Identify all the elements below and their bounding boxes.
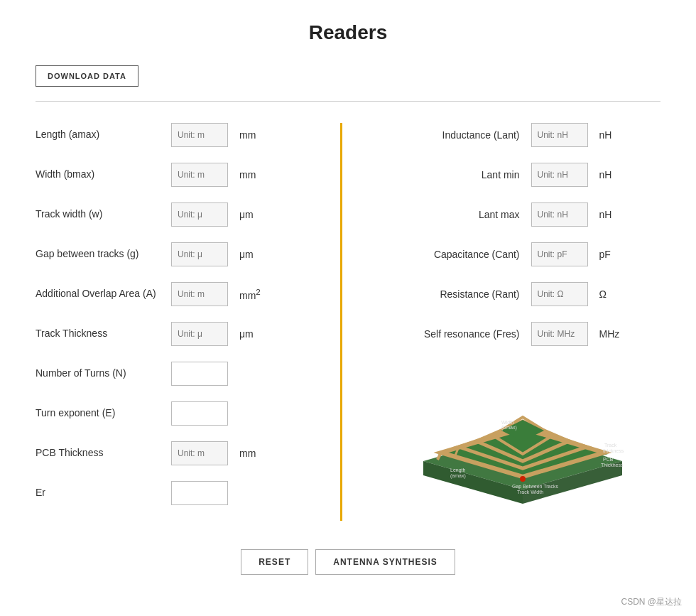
label-inductance: Inductance (Lant) [385, 129, 520, 141]
unit-label-track_width: μm [239, 209, 268, 220]
synthesis-button[interactable]: ANTENNA SYNTHESIS [315, 549, 455, 575]
svg-text:thickness: thickness [603, 448, 624, 453]
page-title: Readers [0, 0, 696, 58]
pcb-diagram-area: Width (bmax) Length (amax) Track thickne… [385, 362, 661, 504]
unit-label-resistance: Ω [599, 288, 628, 300]
svg-text:(amax): (amax) [450, 473, 466, 479]
unit-label-overlap: mm2 [239, 287, 268, 301]
svg-text:PCB: PCB [603, 457, 614, 462]
row-lant_min: Lant minnH [385, 163, 661, 187]
row-inductance: Inductance (Lant)nH [385, 123, 661, 147]
label-lant_min: Lant min [385, 169, 520, 180]
row-self_res: Self resonance (Fres)MHz [385, 322, 661, 346]
row-er: Er [36, 481, 312, 505]
label-resistance: Resistance (Rant) [385, 288, 520, 300]
input-length[interactable] [171, 123, 228, 147]
svg-text:Track: Track [604, 443, 617, 448]
row-overlap: Additional Overlap Area (A)mm2 [36, 282, 312, 306]
label-track_thick: Track Thickness [36, 327, 160, 341]
input-turn_exp[interactable] [171, 401, 228, 426]
row-turns: Number of Turns (N) [36, 362, 312, 386]
download-button[interactable]: DOWNLOAD DATA [36, 65, 138, 87]
unit-label-length: mm [239, 129, 268, 141]
label-lant_max: Lant max [385, 209, 520, 220]
row-track_width: Track width (w)μm [36, 202, 312, 227]
divider [36, 101, 660, 102]
input-capacitance[interactable] [531, 242, 588, 266]
input-track_width[interactable] [171, 202, 228, 227]
row-pcb_thick: PCB Thicknessmm [36, 441, 312, 465]
row-length: Length (amax)mm [36, 123, 312, 147]
unit-label-track_thick: μm [239, 328, 268, 340]
unit-label-gap: μm [239, 249, 268, 260]
unit-label-self_res: MHz [599, 328, 628, 340]
svg-text:Width: Width [501, 420, 514, 425]
input-lant_max[interactable] [531, 202, 588, 227]
label-self_res: Self resonance (Fres) [385, 328, 520, 340]
row-gap: Gap between tracks (g)μm [36, 242, 312, 266]
right-panel: Inductance (Lant)nHLant minnHLant maxnHC… [342, 123, 661, 521]
main-content: Length (amax)mmWidth (bmax)mmTrack width… [0, 123, 696, 521]
input-overlap[interactable] [171, 282, 228, 306]
input-resistance[interactable] [531, 282, 588, 306]
footer-buttons: RESET ANTENNA SYNTHESIS [0, 521, 696, 589]
input-inductance[interactable] [531, 123, 588, 147]
svg-text:(bmax): (bmax) [501, 425, 517, 431]
label-turns: Number of Turns (N) [36, 367, 160, 381]
svg-text:Gap Between Tracks: Gap Between Tracks [512, 484, 558, 490]
left-panel: Length (amax)mmWidth (bmax)mmTrack width… [36, 123, 342, 521]
unit-label-lant_max: nH [599, 209, 628, 220]
row-lant_max: Lant maxnH [385, 202, 661, 227]
label-length: Length (amax) [36, 128, 160, 142]
svg-text:Length: Length [450, 468, 466, 473]
input-gap[interactable] [171, 242, 228, 266]
row-capacitance: Capacitance (Cant)pF [385, 242, 661, 266]
input-self_res[interactable] [531, 322, 588, 346]
label-capacitance: Capacitance (Cant) [385, 249, 520, 260]
label-track_width: Track width (w) [36, 207, 160, 222]
input-track_thick[interactable] [171, 322, 228, 346]
label-pcb_thick: PCB Thickness [36, 446, 160, 460]
label-er: Er [36, 486, 160, 500]
unit-label-lant_min: nH [599, 169, 628, 180]
row-track_thick: Track Thicknessμm [36, 322, 312, 346]
label-overlap: Additional Overlap Area (A) [36, 287, 160, 301]
pcb-diagram: Width (bmax) Length (amax) Track thickne… [402, 362, 643, 504]
label-gap: Gap between tracks (g) [36, 247, 160, 261]
svg-text:Thickness: Thickness [601, 463, 624, 468]
label-width: Width (bmax) [36, 168, 160, 182]
row-turn_exp: Turn exponent (E) [36, 401, 312, 426]
row-width: Width (bmax)mm [36, 163, 312, 187]
reset-button[interactable]: RESET [241, 549, 308, 575]
unit-label-inductance: nH [599, 129, 628, 141]
input-lant_min[interactable] [531, 163, 588, 187]
input-pcb_thick[interactable] [171, 441, 228, 465]
unit-label-pcb_thick: mm [239, 448, 268, 459]
row-resistance: Resistance (Rant)Ω [385, 282, 661, 306]
unit-label-width: mm [239, 169, 268, 180]
toolbar: DOWNLOAD DATA [0, 58, 696, 101]
watermark: CSDN @星达拉 [0, 589, 696, 615]
input-width[interactable] [171, 163, 228, 187]
svg-text:Track Width: Track Width [517, 490, 543, 495]
input-turns[interactable] [171, 362, 228, 386]
input-er[interactable] [171, 481, 228, 505]
svg-point-21 [520, 476, 526, 482]
unit-label-capacitance: pF [599, 249, 628, 260]
label-turn_exp: Turn exponent (E) [36, 406, 160, 421]
